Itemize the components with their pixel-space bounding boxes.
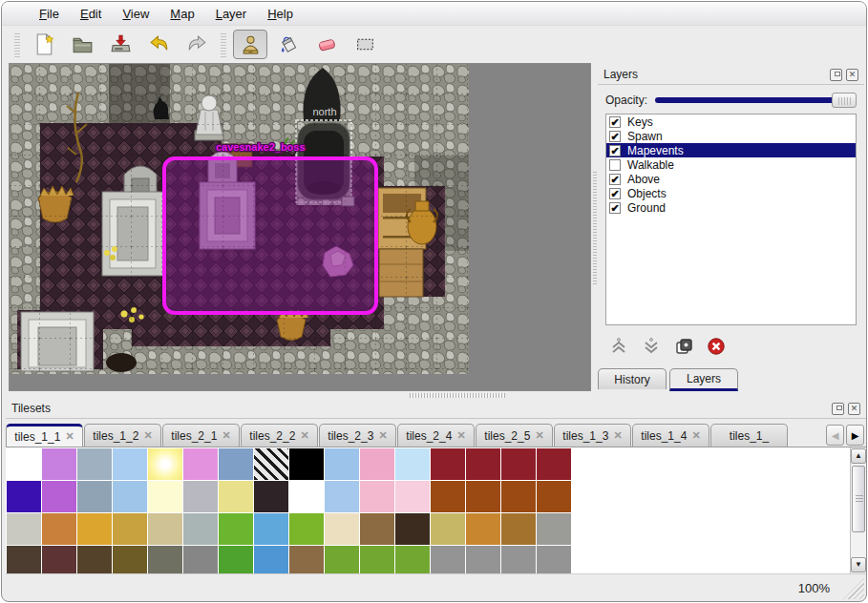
tile-3-4[interactable] <box>148 546 182 573</box>
tile-0-6[interactable] <box>219 448 253 480</box>
menu-item-view[interactable]: View <box>112 4 159 24</box>
open-button[interactable] <box>65 30 99 59</box>
map-canvas[interactable]: north <box>10 64 469 374</box>
tab-close-icon[interactable]: ✕ <box>143 429 152 442</box>
scroll-up-icon[interactable]: ▲ <box>851 448 866 464</box>
tile-1-8[interactable] <box>289 481 324 512</box>
tileset-tab-tiles_2_1[interactable]: tiles_2_1✕ <box>162 424 240 447</box>
tileset-tab-tiles_1_2[interactable]: tiles_1_2✕ <box>84 424 161 447</box>
tile-2-13[interactable] <box>466 513 500 545</box>
tab-scroll-right-icon[interactable]: ▶ <box>846 425 864 446</box>
layer-row-walkable[interactable]: Walkable <box>606 157 856 172</box>
tile-3-10[interactable] <box>360 546 394 573</box>
save-button[interactable] <box>103 30 138 59</box>
tile-2-10[interactable] <box>360 513 394 545</box>
tile-1-0[interactable] <box>7 481 41 512</box>
tab-close-icon[interactable]: ✕ <box>691 429 700 442</box>
close-panel-icon[interactable]: ✕ <box>846 69 858 81</box>
tile-3-8[interactable] <box>289 546 324 573</box>
close-panel-icon[interactable]: ✕ <box>848 403 860 415</box>
tab-scroll-left-icon[interactable]: ◀ <box>826 425 844 446</box>
tile-1-13[interactable] <box>466 481 500 512</box>
toolbar-grip[interactable] <box>221 32 226 57</box>
scroll-down-icon[interactable]: ▼ <box>851 557 866 572</box>
opacity-track[interactable] <box>655 97 853 103</box>
layer-row-ground[interactable]: ✔Ground <box>606 200 856 215</box>
tile-1-7[interactable] <box>254 481 288 512</box>
tab-close-icon[interactable]: ✕ <box>65 430 74 443</box>
tile-0-1[interactable] <box>42 448 76 480</box>
layer-checkbox[interactable] <box>609 159 621 171</box>
scrollbar-thumb[interactable] <box>852 466 865 532</box>
tab-close-icon[interactable]: ✕ <box>535 429 543 442</box>
tile-2-11[interactable] <box>395 513 430 545</box>
delete-layer-button[interactable] <box>707 337 726 356</box>
stamp-tool-button[interactable] <box>233 30 267 59</box>
tab-close-icon[interactable]: ✕ <box>378 429 387 442</box>
tile-1-4[interactable] <box>148 481 182 512</box>
eraser-tool-button[interactable] <box>309 30 344 59</box>
tile-0-7[interactable] <box>254 448 288 480</box>
tile-0-15[interactable] <box>537 448 571 480</box>
layer-row-spawn[interactable]: ✔Spawn <box>606 129 856 143</box>
tile-0-9[interactable] <box>325 448 359 480</box>
fill-tool-button[interactable] <box>271 30 306 59</box>
tile-1-14[interactable] <box>501 481 536 512</box>
tile-2-7[interactable] <box>254 513 288 545</box>
layer-checkbox[interactable]: ✔ <box>609 116 621 128</box>
layer-row-mapevents[interactable]: ✔Mapevents <box>606 143 856 157</box>
tile-3-3[interactable] <box>113 546 147 573</box>
tileset-tab-tiles_2_5[interactable]: tiles_2_5✕ <box>476 424 553 447</box>
tile-2-12[interactable] <box>431 513 465 545</box>
tile-3-6[interactable] <box>219 546 253 573</box>
map-viewport[interactable]: north <box>9 63 591 391</box>
undo-button[interactable] <box>141 30 176 59</box>
tile-0-12[interactable] <box>431 448 465 480</box>
menu-item-file[interactable]: File <box>29 4 70 24</box>
tile-1-12[interactable] <box>431 481 465 512</box>
toolbar-grip[interactable] <box>14 32 20 57</box>
tile-0-14[interactable] <box>501 448 536 480</box>
menu-item-layer[interactable]: Layer <box>205 4 258 24</box>
tile-3-5[interactable] <box>183 546 218 573</box>
tile-3-14[interactable] <box>501 546 536 573</box>
opacity-handle[interactable] <box>832 93 857 108</box>
tile-0-3[interactable] <box>113 448 147 480</box>
duplicate-layer-button[interactable] <box>674 337 693 356</box>
raise-layer-button[interactable] <box>609 337 628 356</box>
tileset-palette[interactable]: ▲ ▼ <box>6 447 866 573</box>
layer-checkbox[interactable]: ✔ <box>609 131 621 142</box>
layer-row-above[interactable]: ✔Above <box>606 172 856 186</box>
tile-0-10[interactable] <box>360 448 394 480</box>
lower-layer-button[interactable] <box>642 337 661 356</box>
opacity-slider[interactable] <box>655 93 857 108</box>
tile-0-0[interactable] <box>7 448 41 480</box>
tile-2-0[interactable] <box>7 513 41 545</box>
dock-tab-layers[interactable]: Layers <box>669 368 738 391</box>
tile-1-9[interactable] <box>325 481 359 512</box>
tile-2-9[interactable] <box>325 513 359 545</box>
layer-row-keys[interactable]: ✔Keys <box>606 114 856 129</box>
tileset-tab-tiles_2_2[interactable]: tiles_2_2✕ <box>241 424 318 447</box>
tile-1-6[interactable] <box>219 481 253 512</box>
tile-0-4[interactable] <box>148 448 182 480</box>
tile-0-11[interactable] <box>395 448 430 480</box>
layer-checkbox[interactable]: ✔ <box>609 174 621 185</box>
tile-2-4[interactable] <box>148 513 182 545</box>
layer-checkbox[interactable]: ✔ <box>609 202 621 214</box>
tile-1-11[interactable] <box>395 481 430 512</box>
tileset-tab-tiles_1_4[interactable]: tiles_1_4✕ <box>632 424 709 447</box>
layer-checkbox[interactable]: ✔ <box>609 188 621 199</box>
tile-1-1[interactable] <box>42 481 76 512</box>
tile-2-14[interactable] <box>501 513 536 545</box>
tile-3-7[interactable] <box>254 546 288 573</box>
tile-3-15[interactable] <box>537 546 571 573</box>
tab-close-icon[interactable]: ✕ <box>300 429 308 442</box>
menu-item-edit[interactable]: Edit <box>70 4 112 24</box>
tab-close-icon[interactable]: ✕ <box>456 429 465 442</box>
tile-2-3[interactable] <box>113 513 147 545</box>
select-tool-button[interactable] <box>348 30 382 59</box>
tile-1-2[interactable] <box>77 481 112 512</box>
horizontal-splitter[interactable] <box>9 391 591 399</box>
tab-close-icon[interactable]: ✕ <box>613 429 622 442</box>
